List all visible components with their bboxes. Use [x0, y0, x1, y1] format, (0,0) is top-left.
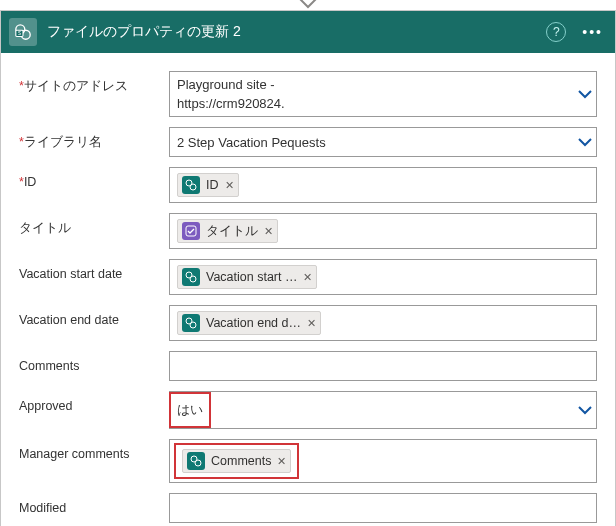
action-header[interactable]: S ファイルのプロパティの更新 2 ? ••• — [1, 11, 615, 53]
flow-arrow-down — [297, 0, 319, 10]
label-library: *ライブラリ名 — [19, 127, 169, 150]
svg-rect-6 — [186, 226, 196, 236]
chevron-down-icon[interactable] — [578, 403, 592, 417]
sharepoint-token-icon — [187, 452, 205, 470]
svg-point-5 — [190, 184, 196, 190]
form-body: *サイトのアドレス Playground site - https://crm9… — [1, 53, 615, 526]
token-remove-icon[interactable]: ✕ — [225, 180, 234, 191]
highlighted-token-wrap: Comments ✕ — [174, 443, 299, 479]
svg-point-10 — [190, 322, 196, 328]
label-manager-comments: Manager comments — [19, 439, 169, 462]
field-vac-end[interactable]: Vacation end d… ✕ — [169, 305, 597, 341]
field-library[interactable]: 2 Step Vacation Pequests — [169, 127, 597, 157]
sharepoint-token-icon — [182, 268, 200, 286]
svg-point-8 — [190, 276, 196, 282]
field-comments[interactable] — [169, 351, 597, 381]
label-site-address: *サイトのアドレス — [19, 71, 169, 94]
svg-point-12 — [195, 460, 201, 466]
field-manager-comments[interactable]: Comments ✕ — [169, 439, 597, 483]
label-vac-end: Vacation end date — [19, 305, 169, 328]
sharepoint-token-icon — [182, 314, 200, 332]
chevron-down-icon[interactable] — [578, 135, 592, 149]
label-title: タイトル — [19, 213, 169, 236]
token-vac-start[interactable]: Vacation start … ✕ — [177, 265, 317, 289]
token-remove-icon[interactable]: ✕ — [264, 226, 273, 237]
sharepoint-token-icon — [182, 176, 200, 194]
site-address-line1: Playground site - — [175, 75, 591, 94]
field-approved[interactable]: はい — [169, 391, 597, 429]
sharepoint-icon: S — [9, 18, 37, 46]
field-site-address[interactable]: Playground site - https://crm920824. — [169, 71, 597, 117]
token-remove-icon[interactable]: ✕ — [277, 456, 286, 467]
action-title: ファイルのプロパティの更新 2 — [47, 23, 546, 41]
site-address-line2: https://crm920824. — [175, 94, 287, 113]
field-modified[interactable] — [169, 493, 597, 523]
label-modified: Modified — [19, 493, 169, 516]
token-manager-comments[interactable]: Comments ✕ — [182, 449, 291, 473]
chevron-down-icon[interactable] — [578, 87, 592, 101]
more-menu-icon[interactable]: ••• — [578, 24, 607, 40]
label-id: *ID — [19, 167, 169, 190]
token-remove-icon[interactable]: ✕ — [307, 318, 316, 329]
svg-text:S: S — [18, 31, 21, 36]
highlighted-value: はい — [169, 392, 211, 428]
token-remove-icon[interactable]: ✕ — [303, 272, 312, 283]
field-id[interactable]: ID ✕ — [169, 167, 597, 203]
token-id[interactable]: ID ✕ — [177, 173, 239, 197]
approvals-token-icon — [182, 222, 200, 240]
field-title[interactable]: タイトル ✕ — [169, 213, 597, 249]
label-approved: Approved — [19, 391, 169, 414]
label-vac-start: Vacation start date — [19, 259, 169, 282]
token-title[interactable]: タイトル ✕ — [177, 219, 278, 243]
label-comments: Comments — [19, 351, 169, 374]
token-vac-end[interactable]: Vacation end d… ✕ — [177, 311, 321, 335]
field-vac-start[interactable]: Vacation start … ✕ — [169, 259, 597, 295]
action-card: S ファイルのプロパティの更新 2 ? ••• *サイトのアドレス Playgr… — [0, 10, 616, 526]
help-icon[interactable]: ? — [546, 22, 566, 42]
